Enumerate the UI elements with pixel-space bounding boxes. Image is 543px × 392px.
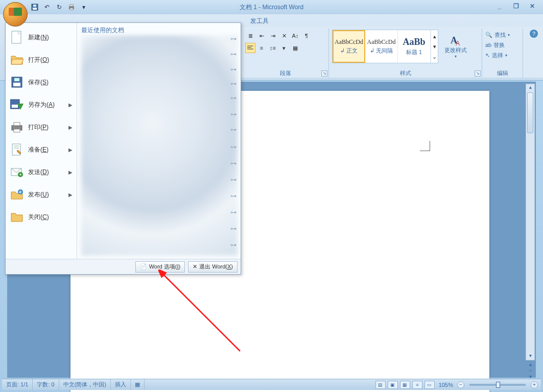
status-page[interactable]: 页面: 1/1 <box>2 379 33 390</box>
cursor-marker <box>420 141 430 151</box>
prepare-icon <box>10 142 24 157</box>
zoom-in[interactable]: + <box>531 381 538 388</box>
pin-icon[interactable]: ⊶ <box>230 126 237 133</box>
btn-list-bullets[interactable]: ≣ <box>245 31 255 41</box>
qat-undo[interactable]: ↶ <box>42 2 52 12</box>
btn-indent-dec[interactable]: ⇤ <box>256 31 267 41</box>
maximize-button[interactable]: ❐ <box>509 2 523 11</box>
menu-open[interactable]: 打开(O) <box>6 48 77 71</box>
qat-quick-print[interactable] <box>66 2 77 12</box>
menu-save-as[interactable]: 另存为(A) ▶ <box>6 93 77 116</box>
browse-object[interactable]: ○ <box>526 368 535 374</box>
status-bar: 页面: 1/1 字数: 0 中文(简体，中国) 插入 ▦ ▤ ▣ ▦ ≡ ▭ 1… <box>2 379 541 390</box>
office-button[interactable] <box>3 2 28 27</box>
replace-button[interactable]: ab替换 <box>485 40 520 50</box>
group-styles: AaBbCcDd ↲ 正文 AaBbCcDd ↲ 无间隔 AaBb 标题 1 <box>329 29 482 78</box>
close-icon: ✕ <box>193 263 197 270</box>
qat-save[interactable] <box>30 2 40 12</box>
menu-send[interactable]: 发送(D) ▶ <box>6 161 77 183</box>
btn-align-left[interactable] <box>245 43 255 53</box>
menu-print[interactable]: 打印(P) ▶ <box>6 116 77 138</box>
quick-access-toolbar: ↶ ↻ ▾ <box>30 0 89 14</box>
prev-page[interactable]: ▴ <box>526 361 535 368</box>
ribbon-body: ≣ ⇤ ⇥ ✕ A↕ ¶ ≡ ↕≡ ▾ ▦ 段落 ↘ <box>240 27 543 78</box>
chevron-right-icon: ▶ <box>68 147 73 153</box>
pin-icon[interactable]: ⊶ <box>230 111 237 118</box>
qat-redo[interactable]: ↻ <box>54 2 64 12</box>
svg-rect-23 <box>14 129 20 132</box>
scroll-down[interactable]: ▾ <box>526 353 534 360</box>
pin-icon[interactable]: ⊶ <box>230 160 237 167</box>
office-menu: 新建(N) 打开(O) 保存(S) 另存为(A) ▶ 打印(P) <box>5 22 241 275</box>
gallery-down[interactable]: ▾ <box>432 41 438 52</box>
view-full-reading[interactable]: ▣ <box>388 381 398 389</box>
pin-icon[interactable]: ⊶ <box>230 51 237 58</box>
status-words[interactable]: 字数: 0 <box>33 379 59 390</box>
pin-icon[interactable]: ⊶ <box>230 66 237 73</box>
pin-icon[interactable]: ⊶ <box>230 80 237 87</box>
pin-icon[interactable]: ⊶ <box>230 192 237 200</box>
btn-shading[interactable]: ▾ <box>279 43 289 53</box>
find-button[interactable]: 🔍查找▾ <box>485 30 520 40</box>
styles-dialog-launcher[interactable]: ↘ <box>475 70 481 77</box>
status-macro[interactable]: ▦ <box>131 379 145 390</box>
view-draft[interactable]: ▭ <box>424 381 435 389</box>
view-web[interactable]: ▦ <box>400 381 410 389</box>
pin-icon[interactable]: ⊶ <box>230 209 237 216</box>
scroll-thumb[interactable] <box>527 92 533 133</box>
zoom-thumb[interactable] <box>496 382 500 388</box>
view-print-layout[interactable]: ▤ <box>375 381 386 389</box>
status-language[interactable]: 中文(简体，中国) <box>59 379 111 390</box>
exit-word-button[interactable]: ✕ 退出 Word(X) <box>188 261 238 273</box>
menu-close[interactable]: 关闭(C) <box>6 206 77 228</box>
btn-line-spacing[interactable]: ↕≡ <box>268 43 278 53</box>
btn-indent-inc[interactable]: ⇥ <box>268 31 278 41</box>
word-options-button[interactable]: 📄 Word 选项(I) <box>135 261 185 273</box>
pin-icon[interactable]: ⊶ <box>230 241 237 249</box>
zoom-slider[interactable] <box>469 384 526 386</box>
paragraph-dialog-launcher[interactable]: ↘ <box>321 70 327 77</box>
style-item-normal[interactable]: AaBbCcDd ↲ 正文 <box>333 30 365 63</box>
ribbon-tab-dev[interactable]: 发工具 <box>245 16 274 27</box>
style-item-heading1[interactable]: AaBb 标题 1 <box>398 30 431 63</box>
recent-list-blurred <box>81 35 238 256</box>
gallery-up[interactable]: ▴ <box>432 31 438 41</box>
svg-marker-31 <box>11 213 22 222</box>
scroll-up[interactable]: ▴ <box>526 84 534 91</box>
gallery-more[interactable]: ⌄ <box>432 52 438 62</box>
group-label-editing: 编辑 <box>482 68 523 78</box>
svg-marker-14 <box>11 59 23 64</box>
close-button[interactable]: ✕ <box>526 2 539 11</box>
zoom-out[interactable]: − <box>457 381 464 388</box>
select-button[interactable]: ↖选择▾ <box>485 50 520 60</box>
pin-icon[interactable]: ⊶ <box>230 143 237 151</box>
pin-icon[interactable]: ⊶ <box>230 225 237 232</box>
style-item-nospace[interactable]: AaBbCcDd ↲ 无间隔 <box>365 30 398 63</box>
btn-align-center[interactable]: ≡ <box>256 43 267 53</box>
svg-rect-1 <box>33 8 37 10</box>
btn-show-marks[interactable]: ¶ <box>301 31 312 41</box>
pin-icon[interactable]: ⊶ <box>230 176 237 183</box>
pin-icon[interactable]: ⊶ <box>230 94 237 102</box>
status-insert[interactable]: 插入 <box>111 379 131 390</box>
magnifier-icon: 🔍 <box>485 32 492 38</box>
menu-prepare[interactable]: 准备(E) ▶ <box>6 138 77 161</box>
window-controls: _ ❐ ✕ <box>493 0 539 12</box>
view-outline[interactable]: ≡ <box>412 381 422 389</box>
change-styles-button[interactable]: AA 更改样式 ▾ <box>440 30 471 63</box>
qat-customize[interactable]: ▾ <box>79 2 89 12</box>
menu-save[interactable]: 保存(S) <box>6 71 77 93</box>
options-icon: 📄 <box>140 263 147 270</box>
btn-sort[interactable]: A↕ <box>290 31 300 41</box>
help-icon[interactable]: ? <box>530 30 538 38</box>
save-icon <box>10 75 24 89</box>
menu-new[interactable]: 新建(N) <box>6 26 77 48</box>
btn-chinese-layout[interactable]: ✕ <box>279 31 289 41</box>
minimize-button[interactable]: _ <box>493 2 506 11</box>
menu-publish[interactable]: 发布(U) ▶ <box>6 183 77 206</box>
vertical-scrollbar[interactable]: ▴ ▾ <box>526 84 535 360</box>
svg-rect-16 <box>13 83 20 86</box>
zoom-level[interactable]: 105% <box>439 382 453 388</box>
pin-icon[interactable]: ⊶ <box>230 35 237 42</box>
btn-borders[interactable]: ▦ <box>290 43 300 53</box>
